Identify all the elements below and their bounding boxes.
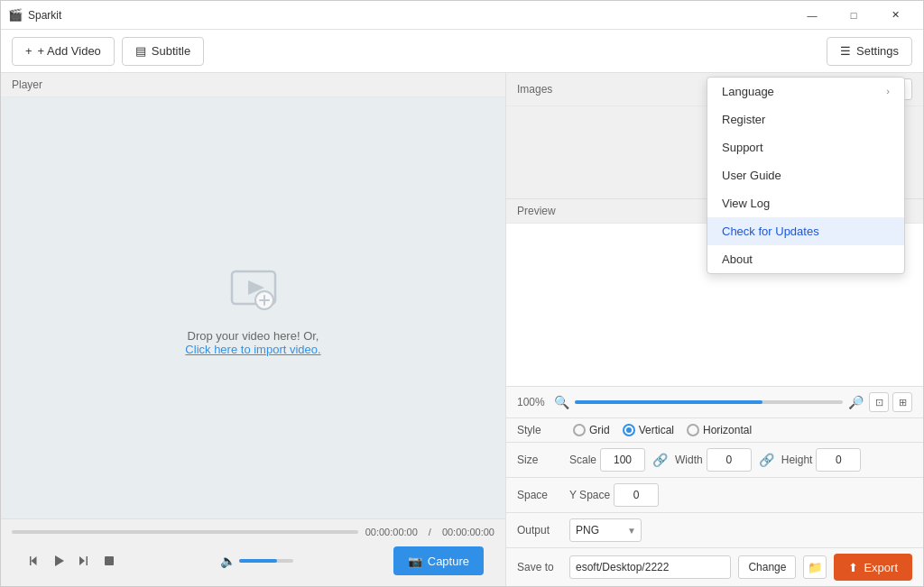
folder-icon: 📁 <box>808 561 823 574</box>
stop-button[interactable] <box>98 550 120 572</box>
output-row: Output PNG ▼ <box>506 513 923 548</box>
output-value: PNG <box>576 524 599 537</box>
change-button[interactable]: Change <box>738 555 796 579</box>
menu-check-updates-label: Check for Updates <box>722 225 819 238</box>
time-total: 00:00:00:00 <box>442 527 494 537</box>
player-header: Player <box>1 73 505 97</box>
menu-item-language[interactable]: Language › <box>707 78 904 105</box>
subtitle-label: Subtitle <box>152 44 190 58</box>
style-radio-group: Grid Vertical Horizontal <box>573 424 752 436</box>
capture-button[interactable]: 📷 Capture <box>393 546 484 575</box>
main-window: 🎬 Sparkit — □ ✕ + + Add Video ▤ Subtitle… <box>0 0 924 587</box>
zoom-in-icon[interactable]: 🔎 <box>848 395 864 409</box>
stop-icon <box>103 555 116 567</box>
vertical-radio[interactable] <box>623 424 635 436</box>
zoom-track[interactable] <box>575 400 843 404</box>
window-controls: — □ ✕ <box>791 1 916 30</box>
zoom-fill <box>575 400 762 404</box>
drop-text: Drop your video here! Or, <box>188 329 319 343</box>
width-label: Width <box>675 454 703 466</box>
height-label: Height <box>781 454 813 466</box>
grid-radio[interactable] <box>573 424 586 436</box>
settings-button[interactable]: ☰ Settings <box>827 37 912 66</box>
svg-marker-5 <box>55 555 64 566</box>
vertical-label: Vertical <box>639 424 674 436</box>
export-button[interactable]: ⬆ Export <box>834 554 912 581</box>
yspace-input[interactable] <box>614 483 659 507</box>
size-label: Size <box>517 454 562 466</box>
saveto-row: Save to esoft/Desktop/2222 Change 📁 ⬆ Ex… <box>506 548 923 586</box>
space-row: Space Y Space <box>506 478 923 513</box>
height-group: Height <box>781 448 862 472</box>
link-icon-2: 🔗 <box>759 453 774 467</box>
time-separator: / <box>429 527 431 537</box>
zoom-percent: 100% <box>517 396 549 408</box>
close-button[interactable]: ✕ <box>874 1 916 30</box>
menu-item-register[interactable]: Register <box>707 105 904 133</box>
menu-view-log-label: View Log <box>722 197 770 210</box>
chevron-right-icon: › <box>886 86 890 96</box>
add-video-label: + Add Video <box>38 44 101 58</box>
style-option-horizontal[interactable]: Horizontal <box>687 424 752 436</box>
play-button[interactable] <box>48 550 69 572</box>
output-label: Output <box>517 524 562 537</box>
progress-track[interactable] <box>12 530 358 534</box>
style-option-vertical[interactable]: Vertical <box>623 424 674 436</box>
height-input[interactable] <box>816 448 861 472</box>
export-icon: ⬆ <box>848 561 858 574</box>
menu-item-support[interactable]: Support <box>707 133 904 161</box>
menu-user-guide-label: User Guide <box>722 169 781 182</box>
menu-register-label: Register <box>722 113 765 126</box>
controls-bottom: 🔈 📷 Capture <box>12 543 494 579</box>
video-placeholder-icon <box>225 261 282 318</box>
subtitle-icon: ▤ <box>135 44 146 58</box>
skip-back-icon <box>26 554 41 568</box>
video-controls: 00:00:00:00 / 00:00:00:00 <box>1 518 505 586</box>
menu-about-label: About <box>722 252 753 266</box>
save-path: esoft/Desktop/2222 <box>569 555 731 579</box>
volume-icon: 🔈 <box>220 554 236 568</box>
subtitle-button[interactable]: ▤ Subtitle <box>122 37 204 66</box>
zoom-view-controls: ⊡ ⊞ <box>869 392 912 412</box>
grid-view-button[interactable]: ⊞ <box>892 392 912 412</box>
skip-forward-icon <box>77 554 91 568</box>
zoom-out-icon[interactable]: 🔍 <box>554 395 569 409</box>
video-area[interactable]: Drop your video here! Or, Click here to … <box>1 97 505 518</box>
folder-button[interactable]: 📁 <box>803 555 827 579</box>
scale-input[interactable] <box>600 448 645 472</box>
menu-item-user-guide[interactable]: User Guide <box>707 161 904 189</box>
scale-label: Scale <box>569 454 596 466</box>
prev-button[interactable] <box>23 550 44 572</box>
yspace-label: Y Space <box>569 489 610 501</box>
width-input[interactable] <box>707 448 752 472</box>
menu-item-about[interactable]: About <box>707 245 904 273</box>
style-option-grid[interactable]: Grid <box>573 424 610 436</box>
export-label: Export <box>864 561 898 574</box>
window-title: Sparkit <box>28 9 791 22</box>
link-icon-1: 🔗 <box>652 453 668 467</box>
horizontal-radio[interactable] <box>687 424 699 436</box>
menu-support-label: Support <box>722 141 763 154</box>
menu-item-check-updates[interactable]: Check for Updates <box>707 217 904 245</box>
vertical-radio-dot <box>626 427 632 433</box>
menu-item-view-log[interactable]: View Log <box>707 189 904 217</box>
fit-view-button[interactable]: ⊡ <box>869 392 889 412</box>
maximize-button[interactable]: □ <box>833 1 874 30</box>
scale-group: Scale <box>569 448 645 472</box>
add-video-button[interactable]: + + Add Video <box>12 37 115 66</box>
left-panel: Player Drop your video here! Or, Click h… <box>1 73 506 586</box>
import-link[interactable]: Click here to import video. <box>185 343 320 356</box>
titlebar: 🎬 Sparkit — □ ✕ <box>1 1 923 30</box>
toolbar: + + Add Video ▤ Subtitle ☰ Settings Lang… <box>1 30 923 73</box>
play-icon <box>51 554 66 568</box>
volume-slider[interactable] <box>239 559 293 563</box>
output-select[interactable]: PNG <box>569 518 642 542</box>
progress-bar-container: 00:00:00:00 / 00:00:00:00 <box>12 527 494 537</box>
add-icon: + <box>25 44 32 58</box>
settings-icon: ☰ <box>840 44 851 58</box>
output-dropdown-wrapper: PNG ▼ <box>569 518 642 542</box>
horizontal-label: Horizontal <box>703 424 752 436</box>
zoom-bar: 100% 🔍 🔎 ⊡ ⊞ <box>506 387 923 418</box>
next-button[interactable] <box>73 550 95 572</box>
minimize-button[interactable]: — <box>791 1 833 30</box>
